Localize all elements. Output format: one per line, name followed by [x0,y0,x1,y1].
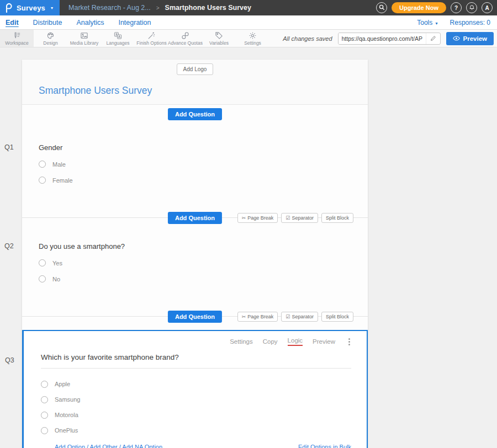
autosave-status: All changes saved [283,35,332,42]
bell-icon [469,4,475,12]
toolbar-item-variables[interactable]: Variables [202,30,236,47]
question-text[interactable]: Gender [39,143,351,152]
option-label[interactable]: Female [52,177,73,184]
tab-edit[interactable]: Edit [6,19,19,26]
toolbar-right: All changes saved Preview [283,30,494,47]
option-label[interactable]: Apple [55,381,70,387]
question-copy-link[interactable]: Copy [263,338,278,345]
upgrade-now-button[interactable]: Upgrade Now [392,2,446,13]
edit-url-button[interactable] [426,33,440,44]
answer-option[interactable]: Male [39,161,351,168]
page-break-button[interactable]: ✂Page Break [237,312,278,322]
question-text[interactable]: Which is your favorite smartphone brand? [41,353,351,361]
option-label[interactable]: No [52,276,60,282]
image-icon [80,31,88,40]
toolbar-item-media-library[interactable]: Media Library [67,30,101,47]
search-icon [379,4,385,12]
add-logo-button[interactable]: Add Logo [177,63,214,75]
answer-option[interactable]: No [39,275,351,282]
option-label[interactable]: Male [52,161,66,168]
answer-option[interactable]: Samsung [41,392,351,407]
breadcrumb-survey-name: Smartphone Users Survey [165,4,251,12]
radio-icon[interactable] [41,396,48,403]
kebab-menu-icon[interactable] [347,337,351,346]
toolbar-item-settings[interactable]: Settings [236,30,269,47]
toolbar-item-workspace[interactable]: Workspace [0,30,34,47]
tools-dropdown[interactable]: Tools ▾ [417,19,437,26]
question-number: Q3 [5,356,14,364]
add-question-button[interactable]: Add Question [168,311,222,323]
add-question-row-3: Add Question ✂Page Break ☑Separator Spli… [22,310,368,322]
option-label[interactable]: Samsung [55,396,80,403]
question-block-q2[interactable]: Q2 Do you use a smartphone? Yes No [22,223,368,310]
preview-button[interactable]: Preview [446,32,494,45]
separator-button[interactable]: ☑Separator [281,312,318,322]
option-label[interactable]: Motorola [55,412,78,418]
gear-icon [248,31,257,40]
chain-links-icon [181,31,189,40]
scissors-icon: ✂ [242,215,246,221]
toolbar-item-languages[interactable]: Languages [101,30,135,47]
add-question-button[interactable]: Add Question [168,212,222,224]
answer-option[interactable]: Female [39,177,351,184]
add-option-link[interactable]: Add Option [55,444,85,448]
tab-analytics[interactable]: Analytics [76,19,104,26]
radio-icon[interactable] [41,427,48,434]
options-footer: Add Option / Add Other / Add NA Option E… [41,444,351,448]
responses-count[interactable]: Responses: 0 [450,19,490,26]
surveys-product-switcher[interactable]: Surveys ▾ [0,0,60,15]
toolbar-item-design[interactable]: Design [34,30,67,47]
survey-canvas: Add Logo Smartphone Users Survey Add Que… [22,60,368,448]
breadcrumb-folder[interactable]: Market Research - Aug 2... [68,4,151,12]
edit-options-in-bulk-link[interactable]: Edit Options in Bulk [298,444,351,448]
question-number: Q2 [4,242,14,250]
magic-wand-icon [147,31,156,40]
tab-integration[interactable]: Integration [118,19,151,26]
toolbar-item-finish-options[interactable]: Finish Options [135,30,168,47]
account-avatar[interactable]: A [482,2,493,13]
question-settings-link[interactable]: Settings [230,338,253,345]
radio-icon[interactable] [41,412,48,419]
answer-option[interactable]: OnePlus [41,423,351,438]
block-tools: ✂Page Break ☑Separator Split Block [237,312,353,322]
question-block-q1[interactable]: Q1 Gender Male Female [22,125,368,211]
split-block-button[interactable]: Split Block [321,312,353,322]
add-question-button[interactable]: Add Question [168,108,222,120]
radio-icon[interactable] [39,259,46,266]
option-label[interactable]: Yes [52,260,62,266]
answer-option[interactable]: Motorola [41,407,351,423]
notifications-button[interactable] [466,2,477,13]
question-text[interactable]: Do you use a smartphone? [39,242,351,250]
radio-icon[interactable] [41,381,48,388]
breadcrumb-separator: > [156,5,160,11]
radio-icon[interactable] [39,161,46,168]
split-block-button[interactable]: Split Block [321,213,353,223]
search-button[interactable] [376,2,387,13]
question-text-field[interactable]: Which is your favorite smartphone brand? [41,353,351,369]
nav-right: Tools ▾ Responses: 0 [417,19,490,26]
separator-button[interactable]: ☑Separator [281,213,318,223]
help-button[interactable]: ? [451,2,462,13]
answer-option[interactable]: Yes [39,259,351,266]
workspace-icon [13,31,21,40]
radio-icon[interactable] [39,275,46,282]
tab-distribute[interactable]: Distribute [33,19,62,26]
question-preview-link[interactable]: Preview [313,338,335,345]
survey-url-input[interactable] [339,33,426,44]
scissors-icon: ✂ [242,314,246,319]
palette-icon [46,31,55,40]
survey-title[interactable]: Smartphone Users Survey [39,85,368,97]
radio-icon[interactable] [39,177,46,184]
pencil-icon [430,34,436,44]
option-label[interactable]: OnePlus [55,427,78,434]
answer-option[interactable]: Apple [41,376,351,392]
separator-icon: ☑ [285,314,290,319]
question-block-q3-selected[interactable]: Q3 Settings Copy Logic Preview Which is … [22,330,368,448]
page-break-button[interactable]: ✂Page Break [237,213,278,223]
question-number: Q1 [4,143,14,151]
add-other-link[interactable]: Add Other [90,444,118,448]
topbar-actions: Upgrade Now ? A [376,0,493,15]
toolbar-item-advance-quotas[interactable]: Advance Quotas [168,30,202,47]
add-na-option-link[interactable]: Add NA Option [122,444,162,448]
question-logic-link[interactable]: Logic [288,337,303,346]
